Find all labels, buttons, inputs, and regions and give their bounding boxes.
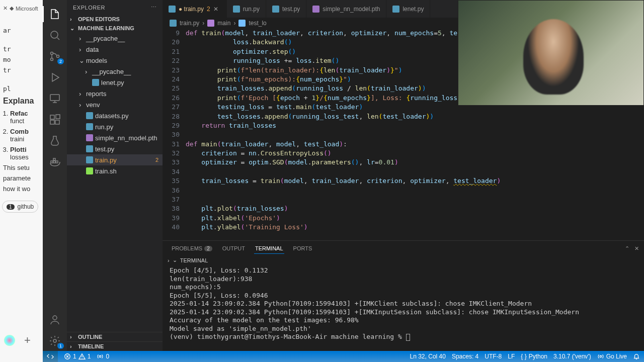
terminal-output[interactable]: Epoch [4/5], Loss: 0.1132len(train_loade… [163,264,644,351]
chevron-right-icon[interactable]: › [168,257,170,263]
chevron-down-icon: ⌄ [79,57,84,64]
extensions-icon[interactable] [43,110,67,130]
terminal-line: Accuracy of the model on the test images… [170,316,637,325]
folder-item[interactable]: ›venv [67,99,163,110]
file-item[interactable]: run.py [67,121,163,132]
section-heading: Explana [3,97,40,106]
folder-item[interactable]: ›__pycache__ [67,66,163,77]
chevron-right-icon: › [85,68,90,75]
panel-maximize-icon[interactable]: ⌃ [625,245,629,252]
line-gutter: 9202122232425262728293031323334353637383… [163,29,186,240]
svg-rect-17 [86,123,93,130]
file-item[interactable]: datasets.py [67,110,163,121]
editor-tab[interactable]: run.py [227,0,266,18]
folder-item[interactable]: ›reports [67,88,163,99]
remote-explorer-icon[interactable] [43,88,67,109]
code-snip: tr [3,45,40,53]
timeline-section[interactable]: ›TIMELINE [67,341,163,351]
settings-gear-icon[interactable]: 1 [43,331,67,351]
ports-tab[interactable]: PORTS [289,243,316,253]
macos-dock[interactable] [43,352,644,362]
terminal-tab[interactable]: TERMINAL [251,243,287,253]
file-icon [392,6,399,13]
open-editors-section[interactable]: ›OPEN EDITORS [67,15,163,24]
explanation-list: Refacfunct Combtraini Plottilosses [10,110,41,161]
svg-rect-20 [86,156,93,163]
file-item[interactable]: simple_nn_model.pth [67,132,163,143]
file-item[interactable]: train.py2 [67,154,163,165]
chevron-right-icon: › [70,343,76,349]
file-icon [86,145,93,152]
panel-close-icon[interactable]: ✕ [634,245,639,252]
close-tab-icon[interactable]: ✕ [213,6,220,13]
more-icon[interactable]: ⋯ [151,4,157,11]
explorer-icon[interactable] [43,4,67,24]
output-tab[interactable]: OUTPUT [218,243,249,253]
svg-rect-16 [86,112,93,119]
terminal-line: Model saved as 'simple_nn_model.pth' [170,325,637,333]
docker-icon[interactable] [43,152,67,172]
editor-tab[interactable]: lenet.py [386,0,430,18]
problems-tab[interactable]: PROBLEMS2 [168,243,216,253]
source-control-icon[interactable]: 2 [43,46,67,66]
webcam-overlay [458,0,644,106]
folder-item[interactable]: ›__pycache__ [67,33,163,44]
terminal-line: num_epochs):5 [170,283,637,292]
project-section[interactable]: ⌄MACHINE LEARNING [67,24,163,33]
editor-tab[interactable]: test.py [266,0,306,18]
chevron-right-icon: › [70,16,76,22]
editor-tab[interactable]: simple_nn_model.pth [306,0,386,18]
file-item[interactable]: lenet.py [67,77,163,88]
copilot-icon[interactable] [4,335,15,346]
file-icon [169,6,176,13]
activity-bar: 2 1 [43,0,67,351]
reference-chip[interactable]: 1github [2,201,38,213]
background-browser: ✕ ◆Microsoft ar tr mo tr pl Explana Refa… [0,0,43,362]
terminal-label: TERMINAL [180,257,208,263]
code-snip: mo [3,56,40,63]
explorer-sidebar: EXPLORER ⋯ ›OPEN EDITORS ⌄MACHINE LEARNI… [67,0,163,351]
svg-rect-25 [312,6,319,13]
svg-rect-4 [50,95,59,101]
svg-point-2 [51,58,53,61]
svg-rect-24 [272,6,279,13]
svg-rect-29 [238,20,246,27]
svg-rect-15 [92,79,99,86]
file-icon [86,156,93,163]
search-icon[interactable] [43,25,67,45]
chevron-right-icon: › [79,46,84,53]
close-icon[interactable]: ✕ [3,5,8,12]
svg-rect-27 [170,20,177,27]
testing-icon[interactable] [43,131,67,151]
outline-section[interactable]: ›OUTLINE [67,332,163,341]
svg-point-13 [53,316,57,320]
svg-rect-10 [53,161,55,163]
folder-item[interactable]: ⌄models [67,55,163,66]
explorer-title: EXPLORER [73,5,105,11]
file-tree: ›__pycache__›data⌄models›__pycache__lene… [67,33,163,176]
chevron-right-icon: › [79,90,84,98]
file-item[interactable]: train.sh [67,165,163,176]
svg-rect-6 [50,120,54,124]
chevron-down-icon[interactable]: ⌄ [173,257,177,263]
file-icon [86,112,93,119]
svg-rect-23 [233,6,240,13]
run-debug-icon[interactable] [43,67,67,87]
svg-point-1 [51,52,53,55]
terminal-cursor [406,334,410,341]
account-icon[interactable] [43,310,67,330]
file-icon [92,79,99,86]
file-icon [86,167,93,174]
terminal-line: len(train_loader):938 [170,275,637,284]
new-tab-button[interactable]: + [24,334,31,347]
folder-item[interactable]: ›data [67,44,163,55]
scm-badge: 2 [57,58,64,64]
file-icon [86,134,93,141]
file-item[interactable]: test.py [67,143,163,154]
editor-tab[interactable]: ● train.py2✕ [163,0,227,18]
browser-tab[interactable]: ✕ ◆Microsoft [2,3,41,14]
bottom-panel: PROBLEMS2 OUTPUT TERMINAL PORTS ⌃ ✕ › ⌄ … [163,240,644,351]
terminal-line: Epoch [4/5], Loss: 0.1132 [170,266,637,275]
svg-rect-5 [50,115,54,119]
edge-icon: ◆ [10,5,14,12]
